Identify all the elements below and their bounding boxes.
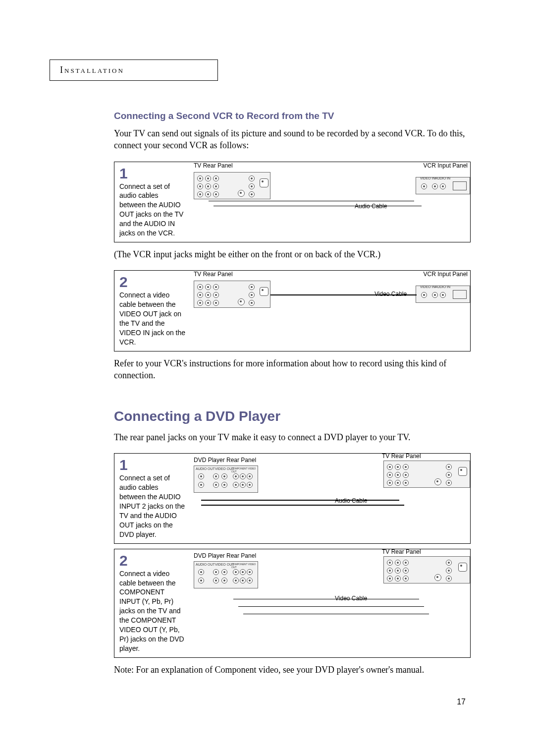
- step-number: 2: [119, 553, 186, 568]
- tv-rear-panel-label: TV Rear Panel: [194, 162, 233, 169]
- tv-rear-panel-diagram: [383, 461, 470, 488]
- section-header-box: Installation: [50, 59, 218, 81]
- step-instruction: Connect a set of audio cables between th…: [119, 182, 186, 238]
- step-text-col: 2 Connect a video cable between the VIDE…: [114, 271, 191, 350]
- vcr-note-between: (The VCR input jacks might be either on …: [114, 248, 471, 260]
- vcr-input-panel-diagram: VIDEO IN AUDIO IN: [416, 177, 470, 194]
- step-number: 2: [119, 275, 186, 290]
- video-cable-label: Video Cable: [335, 595, 367, 602]
- diagram-area: TV Rear Panel VCR Input Panel Video Cabl…: [191, 271, 470, 350]
- step-text-col: 1 Connect a set of audio cables between …: [114, 454, 191, 543]
- dvd-step-1: 1 Connect a set of audio cables between …: [114, 453, 471, 543]
- dvd-rear-panel-diagram: AUDIO OUT VIDEO OUT COMPONENT VIDEO OUT: [194, 465, 258, 493]
- step-text-col: 2 Connect a video cable between the COMP…: [114, 549, 191, 657]
- vcr-input-panel-diagram: VIDEO IN AUDIO IN: [416, 286, 470, 303]
- step-number: 1: [119, 458, 186, 472]
- vcr-input-panel-label: VCR Input Panel: [424, 162, 468, 169]
- diagram-area: TV Rear Panel VCR Input Panel Audio Cabl…: [191, 162, 470, 242]
- tv-rear-panel-label: TV Rear Panel: [382, 453, 421, 460]
- vcr-step-2: 2 Connect a video cable between the VIDE…: [114, 270, 471, 351]
- tv-rear-panel-label: TV Rear Panel: [382, 548, 421, 555]
- diagram-area: DVD Player Rear Panel TV Rear Panel Audi…: [191, 454, 470, 543]
- audio-cable-label: Audio Cable: [335, 497, 367, 504]
- page-number: 17: [457, 698, 466, 706]
- tv-rear-panel-diagram: [194, 172, 270, 199]
- step-instruction: Connect a set of audio cables between th…: [119, 473, 186, 539]
- intro-vcr: Your TV can send out signals of its pict…: [114, 127, 471, 152]
- step-instruction: Connect a video cable between the VIDEO …: [119, 291, 186, 347]
- vcr-step-1: 1 Connect a set of audio cables between …: [114, 162, 471, 242]
- step-text-col: 1 Connect a set of audio cables between …: [114, 162, 191, 242]
- tv-rear-panel-diagram: [383, 556, 470, 583]
- vcr-after-note: Refer to your VCR's instructions for mor…: [114, 357, 471, 382]
- dvd-rear-panel-label: DVD Player Rear Panel: [194, 457, 256, 464]
- dvd-footnote: Note: For an explanation of Component vi…: [114, 664, 471, 676]
- section-title-dvd: Connecting a DVD Player: [114, 408, 471, 424]
- tv-rear-panel-diagram: [194, 281, 270, 308]
- diagram-area: DVD Player Rear Panel TV Rear Panel Vide…: [191, 549, 470, 657]
- step-instruction: Connect a video cable between the COMPO­…: [119, 569, 186, 653]
- video-cable-label: Video Cable: [374, 291, 407, 297]
- section-header: Installation: [60, 65, 124, 75]
- dvd-step-2: 2 Connect a video cable between the COMP…: [114, 549, 471, 658]
- step-number: 1: [119, 166, 186, 181]
- tv-rear-panel-label: TV Rear Panel: [194, 271, 233, 278]
- intro-dvd: The rear panel jacks on your TV make it …: [114, 431, 471, 443]
- vcr-input-panel-label: VCR Input Panel: [424, 271, 468, 278]
- subtitle-vcr: Connecting a Second VCR to Record from t…: [114, 111, 471, 121]
- dvd-rear-panel-label: DVD Player Rear Panel: [194, 552, 256, 559]
- dvd-rear-panel-diagram: AUDIO OUT VIDEO OUT COMPONENT VIDEO OUT: [194, 561, 258, 588]
